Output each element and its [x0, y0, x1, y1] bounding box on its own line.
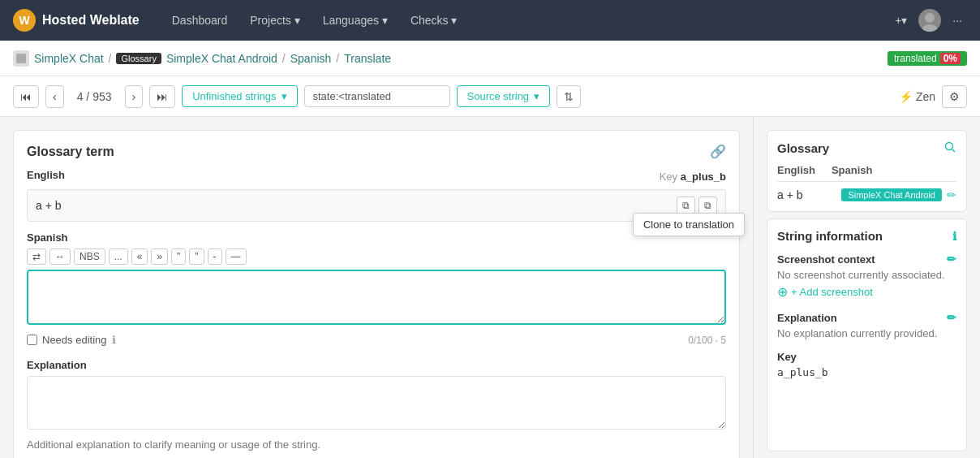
tb-nbs[interactable]: NBS — [74, 248, 105, 265]
screenshot-text: No screenshot currently associated. — [777, 269, 956, 281]
glossary-card: Glossary English Spanish a + b SimpleX C… — [767, 130, 967, 212]
nav-projects[interactable]: Projects ▾ — [240, 9, 309, 32]
english-field-row: English Key a_plus_b — [27, 169, 726, 184]
copy-source-button[interactable]: ⧉ — [677, 197, 695, 214]
glossary-row: a + b SimpleX Chat Android ✏ — [777, 188, 956, 201]
explanation-text: No explanation currently provided. — [777, 327, 956, 339]
translation-input[interactable] — [27, 270, 726, 325]
copy-buttons: ⧉ ⧉ — [677, 197, 717, 214]
breadcrumb: SimpleX Chat / Glossary SimpleX Chat And… — [0, 41, 980, 76]
zen-button[interactable]: ⚡ Zen — [899, 90, 935, 103]
nav-dashboard[interactable]: Dashboard — [162, 9, 238, 32]
source-text-box: a + b ⧉ ⧉ — [27, 189, 726, 222]
string-info-card: String information ℹ Screenshot context … — [767, 218, 967, 452]
link-icon[interactable]: 🔗 — [710, 144, 726, 159]
glossary-header: English Spanish — [777, 164, 956, 182]
screenshot-section-title: Screenshot context ✏ — [777, 253, 956, 266]
glossary-term-english: a + b — [777, 188, 803, 201]
breadcrumb-language[interactable]: Spanish — [290, 52, 332, 65]
project-icon — [13, 50, 29, 67]
app-logo: W Hosted Weblate — [13, 9, 140, 32]
needs-editing-row: Needs editing ℹ 0/100 · 5 — [27, 334, 726, 346]
tb-dots[interactable]: ... — [109, 248, 128, 265]
needs-editing-label: Needs editing — [42, 334, 107, 346]
breadcrumb-project[interactable]: SimpleX Chat — [34, 52, 104, 65]
next-page-button[interactable]: › — [125, 85, 144, 108]
state-filter-input[interactable] — [304, 85, 450, 107]
glossary-card-title: Glossary — [777, 140, 956, 156]
add-button[interactable]: +▾ — [890, 9, 912, 32]
top-navigation: W Hosted Weblate Dashboard Projects ▾ La… — [0, 0, 980, 41]
tb-arrow[interactable]: ↔ — [49, 248, 71, 265]
spanish-label: Spanish — [27, 231, 726, 244]
explanation-label: Explanation — [27, 359, 726, 371]
screenshot-section: Screenshot context ✏ No screenshot curre… — [777, 253, 956, 300]
clone-to-translation-button[interactable]: ⧉ — [698, 197, 717, 214]
tb-swap[interactable]: ⇄ — [27, 248, 46, 265]
glossary-term-card: Glossary term 🔗 English Key a_plus_b a +… — [13, 130, 740, 458]
glossary-search-icon[interactable] — [943, 140, 956, 156]
breadcrumb-component[interactable]: SimpleX Chat Android — [166, 52, 277, 65]
tb-ldquo[interactable]: " — [171, 248, 186, 265]
tb-dash[interactable]: - — [208, 248, 222, 265]
glossary-col-english: English — [777, 164, 815, 176]
tb-emdash[interactable]: — — [226, 248, 247, 265]
svg-line-4 — [952, 149, 956, 153]
filter-dropdown[interactable]: Unfinished strings ▾ — [182, 85, 297, 107]
sort-button[interactable]: ⇅ — [557, 85, 581, 108]
nav-right: +▾ ··· — [890, 9, 967, 32]
string-info-title: String information ℹ — [777, 229, 956, 243]
logo-icon: W — [13, 9, 36, 32]
source-string-dropdown[interactable]: Source string ▾ — [457, 85, 551, 107]
main-layout: Glossary term 🔗 English Key a_plus_b a +… — [0, 117, 980, 458]
source-text: a + b — [36, 199, 62, 212]
key-section: Key a_plus_b — [777, 351, 956, 378]
key-label: Key a_plus_b — [660, 171, 726, 183]
tb-laquo[interactable]: « — [131, 248, 148, 265]
nav-checks[interactable]: Checks ▾ — [401, 9, 467, 32]
add-screenshot-button[interactable]: ⊕ + Add screenshot — [777, 284, 956, 300]
nav-links: Dashboard Projects ▾ Languages ▾ Checks … — [162, 9, 467, 32]
toolbar: ⏮ ‹ 4 / 953 › ⏭ Unfinished strings ▾ Sou… — [0, 76, 980, 117]
key-text: a_plus_b — [777, 366, 956, 378]
prev-page-button[interactable]: ‹ — [45, 85, 64, 108]
tb-rdquo[interactable]: " — [189, 248, 204, 265]
translation-toolbar: ⇄ ↔ NBS ... « » " " - — — [27, 248, 726, 265]
first-page-button[interactable]: ⏮ — [13, 85, 39, 108]
glossary-term-badge: SimpleX Chat Android — [841, 188, 942, 201]
page-info: 4 / 953 — [71, 90, 118, 103]
explanation-edit-icon[interactable]: ✏ — [947, 311, 956, 324]
zen-label: Zen — [916, 90, 935, 103]
english-label: English — [27, 169, 65, 181]
screenshot-edit-icon[interactable]: ✏ — [947, 253, 956, 266]
breadcrumb-translate[interactable]: Translate — [344, 52, 391, 65]
app-name: Hosted Weblate — [42, 13, 140, 28]
tb-raquo[interactable]: » — [151, 248, 168, 265]
svg-rect-2 — [16, 54, 26, 63]
string-info-icon[interactable]: ℹ — [952, 230, 956, 243]
svg-point-1 — [922, 24, 938, 32]
avatar[interactable] — [918, 9, 941, 32]
settings-button[interactable]: ⚙ — [942, 85, 967, 108]
more-options-button[interactable]: ··· — [948, 9, 967, 32]
glossary-badge: Glossary — [116, 53, 161, 64]
explanation-input[interactable] — [27, 376, 726, 430]
needs-editing-checkbox[interactable] — [27, 335, 37, 345]
clone-tooltip: Clone to translation — [633, 213, 745, 236]
last-page-button[interactable]: ⏭ — [149, 85, 175, 108]
svg-point-3 — [946, 143, 953, 150]
info-icon: ℹ — [112, 334, 116, 346]
svg-point-0 — [925, 13, 935, 23]
zen-icon: ⚡ — [899, 90, 913, 103]
nav-languages[interactable]: Languages ▾ — [313, 9, 398, 32]
glossary-edit-icon[interactable]: ✏ — [947, 188, 956, 201]
char-count: 0/100 · 5 — [688, 335, 726, 346]
card-title: Glossary term 🔗 — [27, 144, 726, 159]
right-panel: Glossary English Spanish a + b SimpleX C… — [753, 117, 980, 458]
explanation-section-title: Explanation ✏ — [777, 311, 956, 324]
explanation-section: Explanation ✏ No explanation currently p… — [777, 311, 956, 339]
translated-badge: translated 0% — [888, 51, 967, 66]
explanation-hint: Additional explanation to clarify meanin… — [27, 439, 726, 451]
left-panel: Glossary term 🔗 English Key a_plus_b a +… — [0, 117, 753, 458]
glossary-col-spanish: Spanish — [832, 164, 873, 176]
